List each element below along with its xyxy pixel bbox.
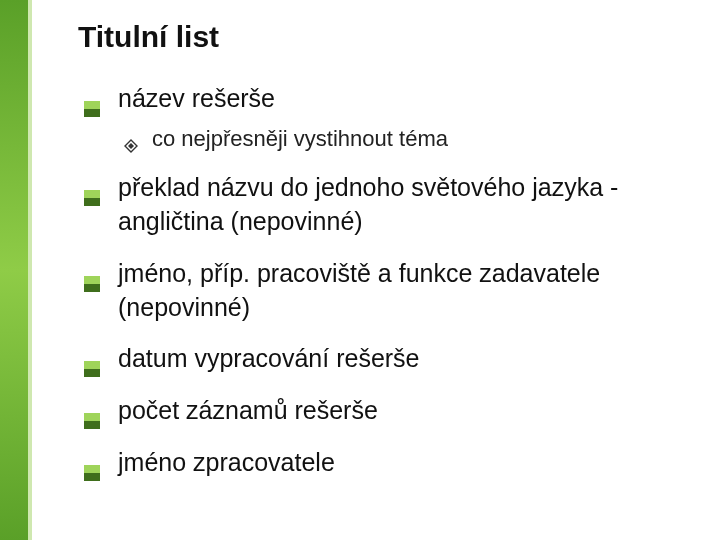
svg-marker-3 bbox=[128, 143, 134, 149]
slide-content: Titulní list název rešerše bbox=[78, 20, 696, 498]
svg-rect-5 bbox=[84, 198, 100, 206]
list-item: název rešerše co nejpřesněji vystihnout … bbox=[78, 82, 696, 153]
list-item: jméno, příp. pracoviště a funkce zadavat… bbox=[78, 257, 696, 325]
svg-rect-7 bbox=[84, 284, 100, 292]
list-item-text: překlad názvu do jednoho světového jazyk… bbox=[118, 173, 618, 235]
square-bullet-icon bbox=[84, 352, 100, 368]
svg-rect-11 bbox=[84, 421, 100, 429]
square-bullet-icon bbox=[84, 181, 100, 197]
list-item-text: jméno, příp. pracoviště a funkce zadavat… bbox=[118, 259, 600, 321]
main-list: název rešerše co nejpřesněji vystihnout … bbox=[78, 82, 696, 480]
svg-rect-13 bbox=[84, 473, 100, 481]
list-item-text: počet záznamů rešerše bbox=[118, 396, 378, 424]
list-item-text: jméno zpracovatele bbox=[118, 448, 335, 476]
square-bullet-icon bbox=[84, 456, 100, 472]
square-bullet-icon bbox=[84, 267, 100, 283]
sub-list-item: co nejpřesněji vystihnout téma bbox=[118, 124, 696, 154]
svg-rect-1 bbox=[84, 109, 100, 117]
list-item: datum vypracování rešerše bbox=[78, 342, 696, 376]
diamond-bullet-icon bbox=[124, 131, 138, 145]
square-bullet-icon bbox=[84, 92, 100, 108]
sub-list: co nejpřesněji vystihnout téma bbox=[118, 124, 696, 154]
list-item-text: datum vypracování rešerše bbox=[118, 344, 420, 372]
square-bullet-icon bbox=[84, 404, 100, 420]
sub-list-item-text: co nejpřesněji vystihnout téma bbox=[152, 126, 448, 151]
accent-sidebar bbox=[0, 0, 28, 540]
list-item-text: název rešerše bbox=[118, 84, 275, 112]
list-item: překlad názvu do jednoho světového jazyk… bbox=[78, 171, 696, 239]
page-title: Titulní list bbox=[78, 20, 696, 54]
list-item: počet záznamů rešerše bbox=[78, 394, 696, 428]
svg-rect-9 bbox=[84, 369, 100, 377]
list-item: jméno zpracovatele bbox=[78, 446, 696, 480]
